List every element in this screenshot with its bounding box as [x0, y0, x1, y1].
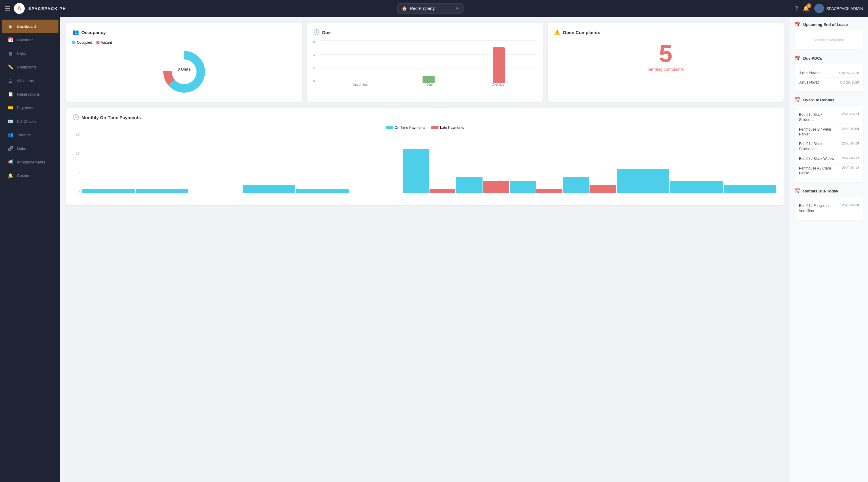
ontime-legend-label: On Time Payments	[395, 125, 425, 130]
sidebar-icon-violations: △	[8, 78, 13, 83]
due-pdcs-label: Due PDCs	[803, 56, 822, 61]
rentals-due-today-card: Bed 01 / Fuegoleon Vermillon 2020-10-30	[795, 197, 863, 220]
overdue-item-1: Penthouse B / Peter Parker 2020-10-09	[799, 125, 859, 140]
payments-card: 🕐 Monthly On-Time Payments On Time Payme…	[66, 108, 784, 205]
overdue-rentals-card: Bed 01 / Black Spiderman 2020-09-13 Pent…	[795, 106, 863, 182]
overdue-date-1: 2020-10-09	[842, 127, 859, 131]
sidebar-item-links[interactable]: 🔗 Links	[2, 142, 59, 155]
sidebar-item-tenants[interactable]: 👥 Tenants	[2, 128, 59, 141]
overdue-name-3: Bed 02 / Black Widow	[799, 156, 834, 161]
payments-bars	[81, 133, 778, 193]
rentals-due-today-title: 📅 Rentals Due Today	[795, 188, 863, 194]
main-layout: ⊞ Dashboard 📅 Calendar ▦ Units ✏️ Compla…	[0, 17, 868, 482]
ontime-bar-3	[243, 185, 295, 193]
sidebar-icon-dashboard: ⊞	[8, 24, 13, 29]
due-pdcs-card: Julius Novac... Sep 26, 2020 Julius Nova…	[795, 64, 863, 91]
dropdown-arrow-icon: ▼	[456, 6, 459, 10]
due-pdc-item-0: Julius Novac... Sep 26, 2020	[799, 68, 859, 78]
overdue-item-3: Bed 02 / Black Widow 2020-10-12	[799, 154, 859, 164]
svg-point-2	[172, 60, 196, 84]
due-x-label: Due	[427, 83, 433, 89]
sidebar: ⊞ Dashboard 📅 Calendar ▦ Units ✏️ Compla…	[0, 17, 60, 482]
sidebar-item-violations[interactable]: △ Violations	[2, 74, 59, 87]
help-icon[interactable]: ?	[795, 5, 798, 12]
admin-info[interactable]: 👤 SPACEPACK ADMIN	[814, 4, 863, 13]
payment-bar-group-10	[617, 133, 669, 193]
content-area: 👥 Occupancy Occupied Vacant	[60, 17, 868, 482]
property-name: Red Property	[410, 6, 453, 11]
topnav-center: 🏠 Red Property ▼	[66, 3, 795, 13]
notification-icon[interactable]: 🔔 0	[803, 5, 809, 12]
occupancy-label: Occupancy	[82, 30, 106, 35]
svg-text:8 Units: 8 Units	[178, 67, 191, 72]
overdue-item-4: Penthouse A / Clara Benito... 2020-10-12	[799, 164, 859, 178]
pdc-name-1: Julius Novac...	[799, 80, 823, 84]
hamburger-icon[interactable]: ☰	[5, 5, 10, 12]
overdue-bar-group	[493, 47, 505, 83]
sidebar-icon-announcements: 📢	[8, 159, 13, 165]
upcoming-lease-card: No data available	[795, 30, 863, 50]
complaints-subtitle: pending complaints	[554, 67, 778, 72]
sidebar-item-complaints[interactable]: ✏️ Complaints	[2, 60, 59, 74]
sidebar-item-units[interactable]: ▦ Units	[2, 47, 59, 60]
pdc-name-0: Julius Novac...	[799, 71, 823, 75]
occupancy-card: 👥 Occupancy Occupied Vacant	[66, 23, 302, 102]
sidebar-item-pd-checks[interactable]: 🪪 PD Checks	[2, 115, 59, 128]
legend-ontime: On Time Payments	[386, 125, 425, 130]
overdue-icon: 📅	[795, 97, 801, 103]
sidebar-item-custom[interactable]: 🔔 Custom	[2, 169, 59, 182]
due-chart: 6 4 2 0	[313, 40, 537, 89]
admin-name: SPACEPACK ADMIN	[827, 6, 863, 11]
ontime-bar-8	[510, 181, 536, 193]
vacant-label: Vacant	[101, 40, 112, 45]
payments-icon: 🕐	[72, 114, 79, 121]
today-name-0: Bed 01 / Fuegoleon Vermillon	[799, 203, 840, 214]
sidebar-label-payments: Payments	[17, 106, 34, 110]
complaints-label: Open Complaints	[563, 30, 600, 35]
overdue-name-2: Bed 01 / Black Spiderman	[799, 141, 840, 152]
property-selector[interactable]: 🏠 Red Property ▼	[397, 3, 464, 13]
upcoming-label: Upcoming	[352, 83, 368, 89]
payment-bar-group-6	[403, 133, 456, 193]
legend-vacant: Vacant	[96, 40, 112, 45]
ontime-bar-7	[456, 177, 483, 193]
sidebar-item-calendar[interactable]: 📅 Calendar	[2, 33, 59, 47]
property-icon: 🏠	[402, 6, 407, 11]
upcoming-lease-label: Upcoming End of Lease	[803, 22, 848, 27]
sidebar-label-dashboard: Dashboard	[17, 24, 36, 29]
sidebar-item-dashboard[interactable]: ⊞ Dashboard	[2, 20, 59, 33]
upcoming-lease-title: 📅 Upcoming End of Lease	[795, 22, 863, 27]
vacant-dot	[96, 41, 99, 44]
ontime-bar-6	[403, 149, 429, 193]
payment-bar-group-0	[82, 133, 135, 193]
donut-wrapper: 8 Units	[160, 48, 208, 96]
due-xlabels: Upcoming Due Overdue	[320, 83, 537, 89]
donut-chart: 8 Units	[160, 48, 208, 96]
overdue-name-1: Penthouse B / Peter Parker	[799, 127, 840, 137]
today-icon: 📅	[795, 188, 801, 194]
ontime-bar-11	[670, 181, 722, 193]
payment-bar-group-9	[563, 133, 616, 193]
sidebar-icon-complaints: ✏️	[8, 64, 13, 70]
due-pdcs-title: 📅 Due PDCs	[795, 56, 863, 61]
sidebar-item-announcements[interactable]: 📢 Announcements	[2, 155, 59, 169]
occupancy-icon: 👥	[72, 29, 79, 36]
pdc-icon: 📅	[795, 56, 801, 61]
pdc-date-0: Sep 26, 2020	[839, 71, 859, 75]
topnav-left: ☰ A SPACEPACK PH	[5, 3, 66, 14]
late-legend-box	[431, 126, 438, 129]
ontime-legend-box	[386, 126, 393, 129]
sidebar-icon-pd-checks: 🪪	[8, 118, 13, 124]
overdue-bar	[493, 47, 505, 83]
sidebar-item-payments[interactable]: 💳 Payments	[2, 101, 59, 114]
overdue-date-0: 2020-09-13	[842, 112, 859, 116]
ontime-bar-12	[724, 185, 776, 193]
due-title: 🕐 Due	[313, 29, 537, 36]
occupied-dot	[72, 41, 75, 44]
sidebar-label-units: Units	[17, 51, 26, 56]
cards-row: 👥 Occupancy Occupied Vacant	[66, 23, 784, 102]
sidebar-icon-units: ▦	[8, 51, 13, 56]
late-bar-9	[590, 185, 616, 193]
ontime-bar-10	[617, 169, 669, 193]
sidebar-item-reservations[interactable]: 📋 Reservations	[2, 87, 59, 101]
